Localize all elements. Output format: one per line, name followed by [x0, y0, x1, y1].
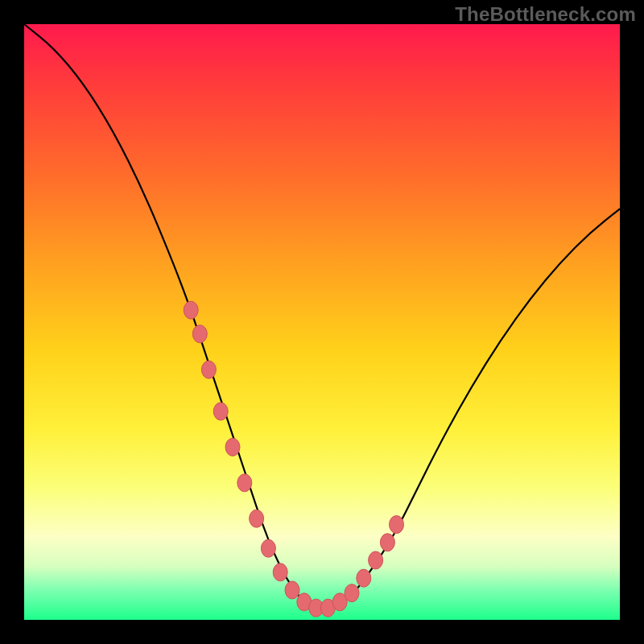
marker-dot [250, 510, 264, 527]
marker-dot [184, 301, 198, 319]
marker-dot [390, 516, 404, 534]
marker-dot [192, 325, 207, 343]
marker-dot [380, 534, 394, 551]
marker-dot [345, 584, 359, 602]
marker-dot [213, 402, 228, 420]
marker-dot [285, 581, 299, 599]
marker-dot [237, 474, 252, 492]
marker-dot [357, 569, 371, 587]
chart-frame: TheBottleneck.com [0, 0, 644, 644]
marker-dot [273, 564, 287, 581]
marker-dot [225, 438, 240, 456]
marker-dot [369, 551, 383, 569]
curve-line [24, 24, 620, 607]
marker-dot [261, 539, 275, 557]
marker-dot [201, 361, 216, 378]
watermark-text: TheBottleneck.com [455, 3, 636, 26]
chart-svg [24, 24, 620, 620]
plot-area [24, 24, 620, 620]
